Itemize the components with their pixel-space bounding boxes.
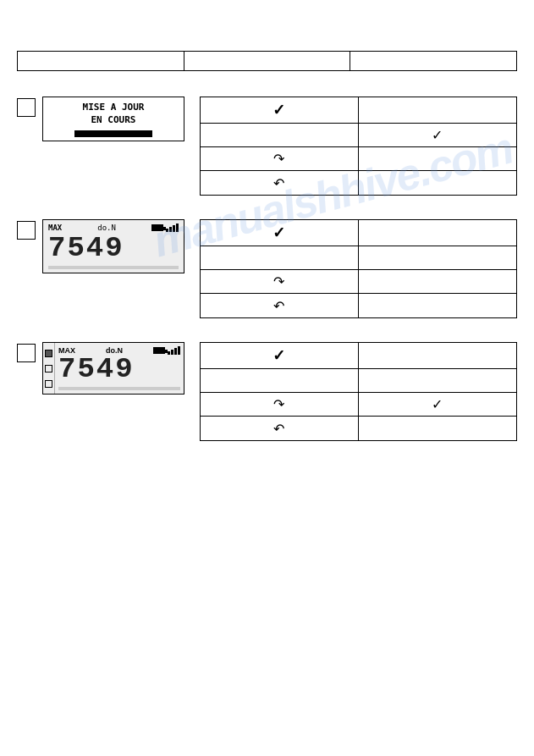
table-cell-2-2 bbox=[359, 220, 517, 246]
arrow-left-icon-1: ↶ bbox=[273, 175, 284, 191]
s-bar1 bbox=[168, 351, 170, 355]
header-cell-1 bbox=[18, 52, 184, 70]
battery-icon-3 bbox=[153, 347, 165, 354]
step-box-2 bbox=[17, 221, 36, 240]
check-icon-3-1: ✓ bbox=[273, 346, 285, 365]
left-indicators bbox=[43, 343, 55, 394]
section-1-table: ✓ ✓ ↷ ↶ bbox=[200, 97, 517, 196]
bar4 bbox=[176, 223, 179, 232]
table-grid-3: ✓ ↷ ✓ ↶ bbox=[201, 343, 516, 440]
table-cell-2-4 bbox=[359, 246, 517, 270]
arrow-right-icon-1: ↷ bbox=[273, 151, 284, 167]
check-icon-2-1: ✓ bbox=[273, 223, 285, 242]
step-box-3 bbox=[17, 344, 36, 362]
table-cell-2-7: ↶ bbox=[201, 294, 359, 317]
battery-icon-2 bbox=[151, 224, 163, 231]
lcd-display-2: MAX do.N 7549 bbox=[42, 219, 184, 273]
table-cell-3-6: ✓ bbox=[359, 393, 517, 417]
check-icon-3-6: ✓ bbox=[432, 396, 443, 412]
lcd-title-1: MISE A JOUR EN COURS bbox=[48, 101, 179, 127]
lcd-max-2: MAX bbox=[48, 223, 62, 232]
indicator-box-2 bbox=[45, 365, 52, 372]
arrow-right-icon-2: ↷ bbox=[273, 273, 284, 290]
header-cell-2 bbox=[184, 52, 351, 70]
table-cell-1-6 bbox=[359, 147, 517, 171]
section-2: MAX do.N 7549 bbox=[17, 219, 517, 318]
table-cell-2-3 bbox=[201, 246, 359, 270]
s-bar4 bbox=[178, 346, 180, 355]
arrow-left-icon-2: ↶ bbox=[273, 298, 284, 314]
step-box-1 bbox=[17, 98, 36, 117]
signal-bars-2 bbox=[166, 223, 179, 232]
table-cell-3-3 bbox=[201, 369, 359, 393]
table-cell-3-7: ↶ bbox=[201, 417, 359, 440]
table-cell-2-1: ✓ bbox=[201, 220, 359, 246]
table-cell-3-4 bbox=[359, 369, 517, 393]
indicator-box-1 bbox=[45, 350, 52, 357]
header-row bbox=[17, 51, 517, 71]
table-grid-2: ✓ ↷ ↶ bbox=[201, 220, 516, 317]
lcd-bottom-bar-2 bbox=[48, 266, 179, 269]
signal-bars-3 bbox=[168, 346, 180, 355]
section-3-left: MAX do.N 7549 bbox=[17, 342, 195, 395]
table-cell-1-2 bbox=[359, 97, 517, 124]
lcd-progress-bar bbox=[74, 130, 152, 137]
section-3: MAX do.N 7549 bbox=[17, 342, 517, 441]
table-cell-2-5: ↷ bbox=[201, 270, 359, 294]
table-cell-3-1: ✓ bbox=[201, 343, 359, 369]
table-cell-3-8 bbox=[359, 417, 517, 440]
lcd-content-3: MAX do.N 7549 bbox=[55, 343, 184, 394]
indicator-box-3 bbox=[45, 380, 52, 388]
section-2-table: ✓ ↷ ↶ bbox=[200, 219, 517, 318]
lcd-icons-3 bbox=[153, 346, 180, 355]
lcd-status-row-2: MAX do.N bbox=[48, 223, 179, 232]
header-cell-3 bbox=[350, 52, 516, 70]
check-icon-1-1: ✓ bbox=[273, 101, 285, 119]
arrow-left-icon-3: ↶ bbox=[273, 421, 284, 437]
section-3-table: ✓ ↷ ✓ ↶ bbox=[200, 342, 517, 441]
table-cell-1-3 bbox=[201, 124, 359, 147]
table-cell-1-4: ✓ bbox=[359, 124, 517, 147]
arrow-right-icon-3: ↷ bbox=[273, 396, 284, 412]
bar2 bbox=[169, 227, 172, 232]
lcd-don-2: do.N bbox=[97, 223, 116, 232]
s-bar3 bbox=[174, 348, 177, 355]
table-cell-1-5: ↷ bbox=[201, 147, 359, 171]
table-cell-1-1: ✓ bbox=[201, 97, 359, 124]
section-1: MISE A JOUR EN COURS ✓ ✓ ↷ bbox=[17, 97, 517, 196]
table-cell-1-8 bbox=[359, 171, 517, 195]
check-icon-1-4: ✓ bbox=[432, 127, 443, 143]
lcd-bottom-bar-3 bbox=[58, 387, 180, 390]
table-cell-2-8 bbox=[359, 294, 517, 317]
lcd-number-3: 7549 bbox=[58, 355, 180, 384]
table-cell-3-2 bbox=[359, 343, 517, 369]
lcd-number-2: 7549 bbox=[48, 234, 179, 262]
bar3 bbox=[173, 225, 175, 232]
lcd-display-1: MISE A JOUR EN COURS bbox=[42, 97, 184, 141]
table-grid-1: ✓ ✓ ↷ ↶ bbox=[201, 97, 516, 195]
page-container: manualshhive.com MISE A JOUR EN COURS ✓ bbox=[0, 0, 534, 756]
table-cell-1-7: ↶ bbox=[201, 171, 359, 195]
lcd-icons-2 bbox=[151, 223, 179, 232]
section-1-left: MISE A JOUR EN COURS bbox=[17, 97, 195, 141]
table-cell-3-5: ↷ bbox=[201, 393, 359, 417]
section-2-left: MAX do.N 7549 bbox=[17, 219, 195, 273]
s-bar2 bbox=[171, 350, 173, 355]
table-cell-2-6 bbox=[359, 270, 517, 294]
bar1 bbox=[166, 229, 168, 232]
